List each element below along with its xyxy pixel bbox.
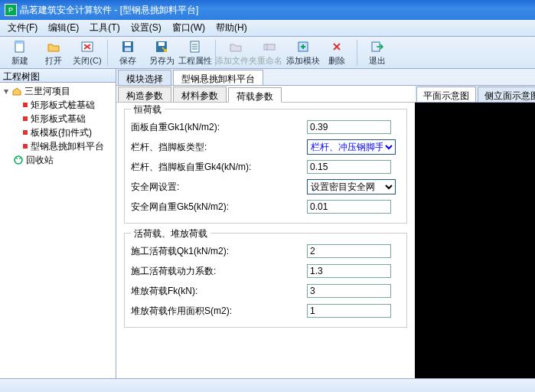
tab-plan-view[interactable]: 平面示意图: [416, 87, 476, 102]
delete-icon: [329, 39, 344, 54]
new-icon: [12, 39, 28, 54]
node-icon: [23, 103, 28, 107]
svg-rect-4: [125, 42, 131, 46]
tree-root[interactable]: ▾ 三里河项目: [2, 84, 114, 98]
right-panel: 平面示意图 侧立面示意图: [415, 86, 535, 378]
tb-addmodule[interactable]: 添加模块: [286, 38, 320, 68]
input-gk1[interactable]: [307, 120, 391, 134]
svg-point-16: [15, 156, 22, 164]
select-safety-net[interactable]: 设置密目安全网: [307, 179, 396, 194]
tree-item[interactable]: 型钢悬挑卸料平台: [2, 139, 114, 153]
menu-settings[interactable]: 设置(S): [126, 20, 166, 36]
recycle-icon: [12, 155, 24, 165]
tab-module-select[interactable]: 模块选择: [118, 70, 171, 85]
group-legend: 活荷载、堆放荷载: [131, 227, 210, 240]
tb-rename: 重命名: [253, 38, 286, 68]
tb-projprop[interactable]: 工程属性: [178, 38, 212, 68]
exit-icon: [370, 39, 385, 54]
label-s: 堆放荷载作用面积S(m2):: [131, 305, 307, 318]
tab-module-current[interactable]: 型钢悬挑卸料平台: [173, 70, 263, 85]
input-gk5[interactable]: [307, 200, 391, 214]
addmodule-icon: [295, 39, 311, 54]
label-dyn-coeff: 施工活荷载动力系数:: [131, 265, 307, 278]
tree-item[interactable]: 矩形板式基础: [2, 112, 114, 126]
open-icon: [46, 39, 61, 54]
svg-rect-5: [125, 47, 131, 51]
input-fk[interactable]: [307, 284, 391, 298]
input-s[interactable]: [307, 304, 391, 318]
tab-material-params[interactable]: 材料参数: [173, 87, 227, 102]
menu-bar: 文件(F) 编辑(E) 工具(T) 设置(S) 窗口(W) 帮助(H): [0, 20, 535, 37]
tab-structure-params[interactable]: 构造参数: [118, 87, 171, 102]
form-area: 恒荷载 面板自重Gk1(kN/m2): 栏杆、挡脚板类型:栏杆、冲压钢脚手 栏杆…: [116, 103, 415, 378]
label-fk: 堆放荷载Fk(kN):: [131, 285, 307, 298]
home-icon: [11, 86, 23, 96]
menu-help[interactable]: 帮助(H): [211, 20, 252, 36]
status-bar: [0, 378, 535, 392]
svg-rect-1: [15, 41, 24, 44]
label-safety-net: 安全网设置:: [131, 181, 307, 194]
toolbar-sep: [357, 40, 357, 66]
close-icon: [80, 39, 95, 54]
tb-addfolder: 添加文件夹: [219, 38, 253, 68]
param-tabs: 构造参数 材料参数 荷载参数: [116, 86, 415, 103]
menu-tools[interactable]: 工具(T): [85, 20, 124, 36]
input-dyn-coeff[interactable]: [307, 264, 391, 278]
label-gk4: 栏杆、挡脚板自重Gk4(kN/m):: [131, 161, 307, 174]
group-live-load: 活荷载、堆放荷载 施工活荷载Qk1(kN/m2): 施工活荷载动力系数: 堆放荷…: [124, 233, 407, 328]
svg-rect-12: [264, 44, 275, 50]
tree-header: 工程树图: [0, 69, 116, 83]
menu-window[interactable]: 窗口(W): [168, 20, 210, 36]
toolbar: 新建 打开 关闭(C) 保存 另存为 工程属性 添加文件夹 重命名 添加模块 删…: [0, 37, 535, 69]
node-icon: [23, 116, 28, 121]
module-tabs: 模块选择 型钢悬挑卸料平台: [116, 69, 535, 86]
rename-icon: [262, 39, 277, 54]
collapse-icon[interactable]: ▾: [2, 86, 11, 96]
addfolder-icon: [228, 39, 243, 54]
label-gk1: 面板自重Gk1(kN/m2):: [131, 121, 307, 134]
menu-file[interactable]: 文件(F): [3, 20, 42, 36]
tree-item[interactable]: 板模板(扣件式): [2, 126, 114, 139]
node-icon: [23, 144, 28, 149]
tb-close[interactable]: 关闭(C): [70, 38, 104, 68]
input-gk4[interactable]: [307, 160, 391, 174]
saveas-icon: [154, 39, 169, 54]
input-qk1[interactable]: [307, 244, 391, 258]
svg-rect-7: [158, 42, 165, 46]
right-tabs: 平面示意图 侧立面示意图: [415, 86, 535, 103]
window-title: 晶茗建筑安全计算软件 - [型钢悬挑卸料平台]: [20, 4, 198, 17]
properties-icon: [188, 39, 203, 54]
tb-save[interactable]: 保存: [111, 38, 145, 68]
tab-load-params[interactable]: 荷载参数: [228, 87, 282, 103]
group-dead-load: 恒荷载 面板自重Gk1(kN/m2): 栏杆、挡脚板类型:栏杆、冲压钢脚手 栏杆…: [124, 109, 407, 224]
label-qk1: 施工活荷载Qk1(kN/m2):: [131, 245, 307, 258]
app-icon: P: [5, 4, 17, 16]
center-area: 模块选择 型钢悬挑卸料平台 构造参数 材料参数 荷载参数 恒荷载 面板自重Gk1…: [116, 69, 535, 378]
tab-side-view[interactable]: 侧立面示意图: [478, 87, 535, 102]
menu-edit[interactable]: 编辑(E): [44, 20, 83, 36]
node-icon: [23, 130, 28, 135]
select-rail-type[interactable]: 栏杆、冲压钢脚手: [307, 139, 396, 155]
title-bar: P 晶茗建筑安全计算软件 - [型钢悬挑卸料平台]: [0, 0, 535, 20]
tree-panel: 工程树图 ▾ 三里河项目 矩形板式桩基础 矩形板式基础 板模板(扣件式) 型钢悬…: [0, 69, 116, 378]
tb-delete[interactable]: 删除: [320, 38, 354, 68]
tb-saveas[interactable]: 另存为: [145, 38, 178, 68]
label-rail-type: 栏杆、挡脚板类型:: [131, 141, 307, 154]
save-icon: [120, 39, 135, 54]
tb-open[interactable]: 打开: [37, 38, 70, 68]
toolbar-sep: [107, 40, 108, 66]
preview-canvas[interactable]: [415, 103, 535, 378]
tb-exit[interactable]: 退出: [360, 38, 394, 68]
label-gk5: 安全网自重Gk5(kN/m2):: [131, 201, 307, 214]
group-legend: 恒荷载: [131, 103, 165, 116]
tb-new[interactable]: 新建: [3, 38, 37, 68]
tree-item[interactable]: 矩形板式桩基础: [2, 98, 114, 112]
tree-recycle[interactable]: 回收站: [2, 153, 114, 167]
project-tree[interactable]: ▾ 三里河项目 矩形板式桩基础 矩形板式基础 板模板(扣件式) 型钢悬挑卸料平台…: [0, 83, 116, 168]
